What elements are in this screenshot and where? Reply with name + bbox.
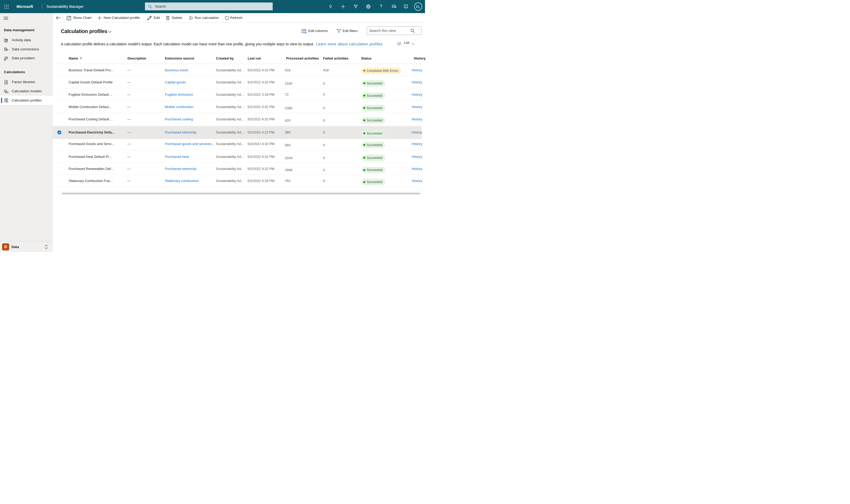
svg-text:EL: EL — [416, 5, 420, 8]
